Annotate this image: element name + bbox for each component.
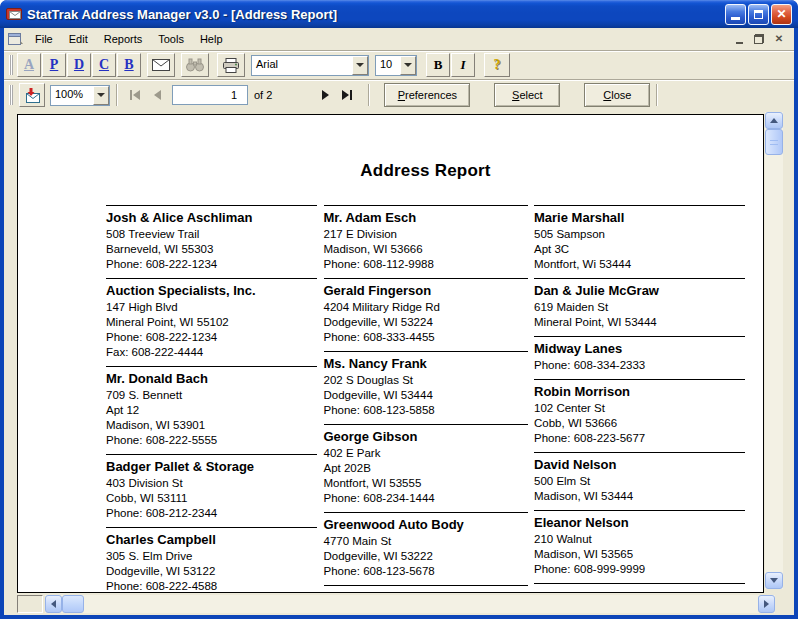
export-button[interactable] <box>19 83 45 107</box>
contact-line: Phone: 608-123-5678 <box>324 564 528 579</box>
contact-line: Phone: 608-212-2344 <box>106 506 317 521</box>
maximize-button[interactable] <box>748 4 769 25</box>
menu-item-help[interactable]: Help <box>192 30 231 48</box>
toolbar-grip[interactable] <box>9 55 13 75</box>
preferences-button[interactable]: Preferences <box>384 83 470 107</box>
print-button[interactable] <box>217 53 245 77</box>
horizontal-scrollbar-row <box>17 595 775 613</box>
minimize-button[interactable] <box>725 4 746 25</box>
mdi-minimize-icon <box>736 42 743 44</box>
contact-line: Phone: 608-223-5677 <box>534 431 745 446</box>
chevron-down-icon <box>404 63 412 67</box>
report-entry: Ms. Nancy Frank202 S Douglas StDodgevill… <box>324 351 528 424</box>
contact-line: Phone: 608-222-5555 <box>106 433 317 448</box>
contact-name: Charles Campbell <box>106 531 317 548</box>
mdi-minimize-button[interactable] <box>731 32 747 46</box>
italic-button[interactable]: I <box>451 53 475 77</box>
contact-line: Cobb, WI 53111 <box>106 491 317 506</box>
contact-line: Montfort, Wi 53444 <box>534 257 745 272</box>
bold-button[interactable]: B <box>426 53 450 77</box>
mdi-close-button[interactable]: ✕ <box>771 32 787 46</box>
format-toolbar: APDCB Arial <box>4 50 794 79</box>
horizontal-scrollbar-thumb[interactable] <box>62 595 84 613</box>
report-entry: Mr. Donald Bach709 S. BennettApt 12Madis… <box>106 366 317 454</box>
format-a-button[interactable]: A <box>17 53 41 77</box>
find-button[interactable] <box>181 53 209 77</box>
font-combo-dropdown-button[interactable] <box>352 56 368 75</box>
scroll-down-button[interactable] <box>765 572 783 589</box>
previous-page-button[interactable] <box>146 84 168 106</box>
scroll-up-button[interactable] <box>765 112 783 129</box>
size-combo-dropdown-button[interactable] <box>400 56 416 75</box>
contact-line: Apt 3C <box>534 242 745 257</box>
last-page-icon <box>350 90 352 100</box>
contact-line: 505 Sampson <box>534 227 745 242</box>
menu-item-file[interactable]: File <box>27 30 61 48</box>
contact-line: 4770 Main St <box>324 534 528 549</box>
vertical-scrollbar-track[interactable] <box>765 155 783 572</box>
horizontal-scrollbar[interactable] <box>45 595 775 613</box>
export-report-icon <box>24 88 41 103</box>
contact-line: Dodgeville, WI 53122 <box>106 564 317 579</box>
scroll-right-button[interactable] <box>758 595 775 613</box>
contact-line: 102 Center St <box>534 401 745 416</box>
first-page-button[interactable] <box>124 84 146 106</box>
bold-label: B <box>434 57 443 73</box>
contact-line: Mineral Point, WI 55102 <box>106 315 317 330</box>
font-size-value: 10 <box>376 56 400 75</box>
contact-line: Madison, WI 53901 <box>106 418 317 433</box>
contact-name: Mr. Donald Bach <box>106 370 317 387</box>
page-number-input[interactable] <box>172 85 248 105</box>
report-entry: Dan & Julie McGraw619 Maiden StMineral P… <box>534 278 745 336</box>
format-d-button[interactable]: D <box>67 53 91 77</box>
font-name-value: Arial <box>252 56 352 75</box>
format-p-button[interactable]: P <box>42 53 66 77</box>
toolbar-separator <box>116 84 118 106</box>
letter-glyph: P <box>50 57 59 73</box>
horizontal-scrollbar-track[interactable] <box>84 595 758 613</box>
select-button[interactable]: Select <box>494 83 560 107</box>
next-page-button[interactable] <box>314 84 336 106</box>
format-b-button[interactable]: B <box>117 53 141 77</box>
menu-item-reports[interactable]: Reports <box>96 30 151 48</box>
contact-name: Dan & Julie McGraw <box>534 282 745 299</box>
contact-name: Badger Pallet & Storage <box>106 458 317 475</box>
contact-line: Phone: 608-234-1444 <box>324 491 528 506</box>
arrow-left-icon <box>51 600 56 608</box>
close-button[interactable]: ✕ <box>771 4 792 25</box>
contact-name: George Gibson <box>324 428 528 445</box>
contact-line: Phone: 608-222-4588 <box>106 579 317 593</box>
report-entry: Marie Marshall505 SampsonApt 3CMontfort,… <box>534 205 745 278</box>
menu-item-edit[interactable]: Edit <box>61 30 96 48</box>
titlebar: StatTrak Address Manager v3.0 - [Address… <box>0 0 798 28</box>
arrow-up-icon <box>770 118 778 123</box>
font-size-combo[interactable]: 10 <box>375 55 417 76</box>
email-button[interactable] <box>147 53 175 77</box>
report-content: Address Report Josh & Alice Aschliman508… <box>106 115 745 593</box>
format-c-button[interactable]: C <box>92 53 116 77</box>
close-report-button[interactable]: Close <box>584 83 650 107</box>
vertical-scrollbar-thumb[interactable] <box>765 129 783 155</box>
scroll-left-button[interactable] <box>45 595 62 613</box>
close-icon: ✕ <box>776 8 786 20</box>
contact-line: 210 Walnut <box>534 532 745 547</box>
help-button[interactable]: ? <box>484 53 510 77</box>
last-page-button[interactable] <box>336 84 358 106</box>
toolbar-grip[interactable] <box>9 85 13 105</box>
document-icon[interactable] <box>7 32 23 47</box>
zoom-combo[interactable]: 100% <box>50 85 110 106</box>
contact-line: 619 Maiden St <box>534 300 745 315</box>
mdi-restore-button[interactable] <box>751 32 767 46</box>
menu-item-tools[interactable]: Tools <box>150 30 192 48</box>
contact-line: Apt 202B <box>324 461 528 476</box>
contact-line: Mineral Point, WI 53444 <box>534 315 745 330</box>
zoom-combo-dropdown-button[interactable] <box>93 86 109 105</box>
report-entry: Gerald Fingerson4204 Military Ridge RdDo… <box>324 278 528 351</box>
triangle-left-icon <box>154 90 161 100</box>
contact-line: 508 Treeview Trail <box>106 227 317 242</box>
pane-splitter-box[interactable] <box>17 595 43 613</box>
report-entry: Mr. Adam Esch217 E DivisionMadison, WI 5… <box>324 205 528 278</box>
vertical-scrollbar[interactable] <box>765 112 783 589</box>
contact-line: Apt 12 <box>106 403 317 418</box>
font-name-combo[interactable]: Arial <box>251 55 369 76</box>
